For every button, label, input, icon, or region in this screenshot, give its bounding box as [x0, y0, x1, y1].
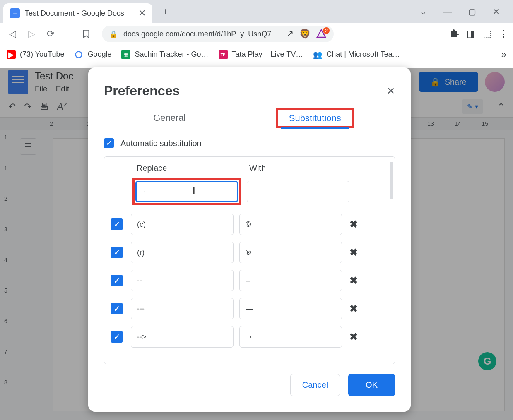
preferences-modal: Preferences ✕ General Substitutions ✓ Au… [88, 67, 411, 412]
row-checkbox[interactable]: ✓ [111, 275, 123, 286]
modal-footer: Cancel OK [104, 374, 395, 396]
bookmark-teams[interactable]: 👥 Chat | Microsoft Tea… [313, 50, 400, 59]
teams-icon: 👥 [313, 50, 322, 59]
cancel-button[interactable]: Cancel [290, 374, 340, 396]
header-with: With [249, 163, 352, 173]
address-bar[interactable]: 🔒 docs.google.com/document/d/1hP_y_UsnQ7… [102, 26, 334, 42]
modal-tabs: General Substitutions [104, 108, 395, 128]
extensions-icon[interactable] [449, 29, 459, 39]
row-checkbox[interactable]: ✓ [111, 247, 123, 258]
url-text: docs.google.com/document/d/1hP_y_UsnQ7Yo… [123, 30, 280, 38]
with-field[interactable] [239, 326, 342, 348]
text-cursor-icon: I [193, 185, 195, 197]
bookmark-youtube[interactable]: ▶ (73) YouTube [7, 50, 64, 59]
minimize-button[interactable]: — [443, 7, 452, 17]
substitution-row: ✓ ✖ [108, 238, 391, 266]
menu-icon[interactable]: ⋮ [499, 29, 508, 39]
bookmarks-overflow-icon[interactable]: » [501, 49, 506, 60]
browser-chrome: ≡ Test Document - Google Docs ✕ + ⌄ — ▢ … [0, 0, 513, 64]
tab-substitutions[interactable]: Substitutions [281, 109, 349, 129]
delete-row-icon[interactable]: ✖ [349, 303, 358, 314]
sidebar-icon[interactable]: ◨ [467, 29, 475, 39]
replace-input[interactable] [135, 181, 238, 202]
share-icon[interactable]: ↗ [286, 29, 294, 39]
delete-row-icon[interactable]: ✖ [349, 218, 358, 230]
lock-icon: 🔒 [109, 30, 118, 38]
delete-row-icon[interactable]: ✖ [349, 247, 358, 258]
badge-count: 2 [323, 27, 330, 34]
dropdown-icon[interactable]: ⌄ [420, 7, 427, 17]
substitution-row: ✓ ✖ [108, 210, 391, 238]
scrollbar[interactable] [390, 162, 393, 199]
replace-field[interactable] [131, 214, 234, 235]
substitution-row: ✓ ✖ [108, 323, 391, 351]
tab-general[interactable]: General [145, 108, 194, 128]
with-field[interactable] [239, 298, 342, 319]
replace-field[interactable] [131, 298, 234, 319]
bookmark-icon[interactable] [79, 26, 94, 41]
delete-row-icon[interactable]: ✖ [349, 275, 358, 286]
brave-rewards-icon[interactable]: 2 [316, 29, 326, 39]
tab-strip: ≡ Test Document - Google Docs ✕ + ⌄ — ▢ … [0, 0, 513, 23]
substitutions-table: Replace With I ✓ ✖ ✓ ✖ ✓ ✖ [104, 156, 395, 364]
row-checkbox[interactable]: ✓ [111, 303, 123, 314]
bookmarks-bar: ▶ (73) YouTube Google ▦ Sachin Tracker -… [0, 45, 513, 64]
with-field[interactable] [239, 242, 342, 263]
browser-tab[interactable]: ≡ Test Document - Google Docs ✕ [3, 3, 152, 23]
row-checkbox[interactable]: ✓ [111, 218, 123, 230]
substitution-row: ✓ ✖ [108, 295, 391, 323]
close-icon[interactable]: ✕ [138, 8, 146, 19]
bookmark-sheets[interactable]: ▦ Sachin Tracker - Go… [121, 50, 208, 59]
row-checkbox[interactable]: ✓ [111, 331, 123, 343]
with-input[interactable] [247, 181, 349, 202]
header-replace: Replace [137, 163, 239, 173]
bookmark-tata[interactable]: TP Tata Play – Live TV… [219, 50, 303, 59]
replace-field[interactable] [131, 326, 234, 348]
youtube-icon: ▶ [7, 50, 16, 59]
highlight-box: I [132, 178, 241, 205]
replace-field[interactable] [131, 242, 234, 263]
docs-favicon: ≡ [10, 8, 20, 18]
tata-play-icon: TP [219, 50, 228, 59]
browser-toolbar: ◁ ▷ ⟳ 🔒 docs.google.com/document/d/1hP_y… [0, 23, 513, 45]
delete-row-icon[interactable]: ✖ [349, 331, 358, 343]
tab-title: Test Document - Google Docs [25, 9, 133, 18]
bookmark-google[interactable]: Google [74, 50, 111, 59]
substitution-row: ✓ ✖ [108, 266, 391, 295]
modal-title: Preferences [104, 83, 180, 98]
back-button[interactable]: ◁ [5, 26, 20, 41]
highlight-box: Substitutions [276, 108, 354, 128]
maximize-button[interactable]: ▢ [468, 7, 476, 17]
replace-field[interactable] [131, 270, 234, 291]
with-field[interactable] [239, 270, 342, 291]
brave-shield-icon[interactable]: 🦁 [299, 29, 311, 39]
wallet-icon[interactable]: ⬚ [483, 29, 491, 39]
ok-button[interactable]: OK [348, 374, 395, 396]
new-substitution-row: I [108, 173, 391, 210]
reload-button[interactable]: ⟳ [43, 26, 58, 41]
sheets-icon: ▦ [121, 50, 130, 59]
close-window-button[interactable]: ✕ [493, 7, 500, 17]
auto-substitution-row: ✓ Automatic substitution [104, 138, 395, 148]
with-field[interactable] [239, 214, 342, 235]
close-icon[interactable]: ✕ [387, 85, 395, 97]
new-tab-button[interactable]: + [162, 5, 169, 18]
auto-substitution-label: Automatic substitution [120, 139, 202, 148]
window-controls: ⌄ — ▢ ✕ [420, 7, 510, 17]
auto-substitution-checkbox[interactable]: ✓ [104, 138, 114, 148]
google-icon [74, 50, 83, 59]
svg-point-0 [76, 51, 82, 58]
forward-button[interactable]: ▷ [24, 26, 39, 41]
